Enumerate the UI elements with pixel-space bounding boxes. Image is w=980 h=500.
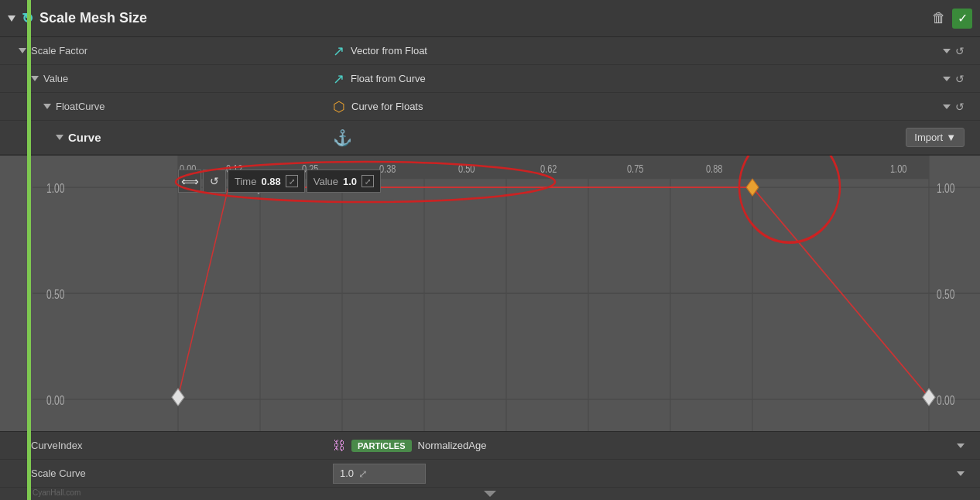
dropdown-arrow-bottom[interactable] — [957, 443, 965, 448]
value-label: Value — [0, 73, 325, 84]
scale-curve-row: Scale Curve 1.0 ⤢ — [0, 460, 980, 488]
svg-text:1.00: 1.00 — [937, 181, 954, 195]
expand-icon: ⤢ — [358, 467, 368, 480]
svg-text:0.88: 0.88 — [706, 162, 722, 175]
main-container: ↻ Scale Mesh Size 🗑 ✓ Scale Factor ↗ Vec… — [0, 0, 980, 500]
curve-editor[interactable]: 0.00 0.12 0.25 0.38 0.50 0.62 0.75 0.88 … — [0, 156, 980, 431]
time-field[interactable]: Time 0.88 ⤢ — [228, 170, 305, 193]
scroll-down-area — [0, 488, 980, 500]
scale-factor-value: ↗ Vector from Float ↺ — [325, 43, 980, 60]
time-value-overlay: ⟺ ↺ Time 0.88 ⤢ Value 1.0 ⤢ — [178, 170, 381, 193]
value-expand-button[interactable]: ⤢ — [362, 175, 374, 187]
reset-icon-2[interactable]: ↺ — [955, 73, 965, 85]
particles-badge: PARTICLES — [351, 440, 412, 452]
svg-text:0.50: 0.50 — [937, 287, 954, 301]
scale-factor-label: Scale Factor — [0, 45, 325, 57]
header: ↻ Scale Mesh Size 🗑 ✓ — [0, 0, 980, 37]
curve-index-value: ⛓ PARTICLES NormalizedAge — [325, 439, 980, 453]
dropdown-arrow-icon-3[interactable] — [943, 104, 951, 109]
scroll-down-icon[interactable] — [484, 491, 496, 497]
scale-curve-label: Scale Curve — [0, 467, 325, 479]
time-label: Time — [235, 176, 256, 187]
trash-icon[interactable]: 🗑 — [932, 10, 946, 26]
curve-icon-1: ↗ — [333, 43, 344, 60]
float-curve-value: ⬡ Curve for Floats ↺ — [325, 98, 980, 115]
curve-content: ⚓ Import ▼ — [325, 128, 980, 147]
collapse-arrow-icon[interactable] — [19, 48, 26, 53]
value-prop-value: ↗ Float from Curve ↺ — [325, 70, 980, 87]
value-row: Value ↗ Float from Curve ↺ — [0, 65, 980, 93]
import-button[interactable]: Import ▼ — [906, 128, 965, 147]
anchor-icon: ⚓ — [333, 128, 352, 147]
collapse-arrow-icon-4[interactable] — [56, 135, 63, 140]
svg-text:0.62: 0.62 — [540, 162, 557, 175]
reset-icon-3[interactable]: ↺ — [955, 101, 965, 113]
scale-curve-field[interactable]: 1.0 ⤢ — [333, 464, 426, 484]
properties-panel: Scale Factor ↗ Vector from Float ↺ Value… — [0, 37, 980, 156]
fit-tool-button[interactable]: ⟺ — [178, 170, 201, 193]
svg-text:0.00: 0.00 — [937, 393, 954, 407]
float-curve-row: FloatCurve ⬡ Curve for Floats ↺ — [0, 93, 980, 121]
db-icon: ⬡ — [333, 98, 345, 115]
collapse-arrow-icon-3[interactable] — [43, 104, 51, 109]
curve-index-label: CurveIndex — [0, 440, 325, 451]
header-right: 🗑 ✓ — [932, 9, 972, 29]
collapse-triangle-icon[interactable] — [8, 15, 15, 22]
time-expand-button[interactable]: ⤢ — [286, 175, 298, 187]
curve-label: Curve — [0, 131, 325, 144]
scale-factor-row: Scale Factor ↗ Vector from Float ↺ — [0, 37, 980, 65]
dropdown-arrow-icon[interactable] — [943, 49, 951, 53]
curve-index-row: CurveIndex ⛓ PARTICLES NormalizedAge — [0, 432, 980, 460]
page-title: Scale Mesh Size — [39, 10, 147, 26]
check-button[interactable]: ✓ — [952, 9, 972, 29]
svg-text:1.00: 1.00 — [46, 181, 64, 195]
svg-text:0.75: 0.75 — [627, 162, 643, 175]
dropdown-arrow-scale[interactable] — [957, 471, 965, 476]
value-label: Value — [314, 176, 338, 187]
collapse-arrow-icon-2[interactable] — [31, 76, 39, 81]
curve-icon-2: ↗ — [333, 70, 344, 87]
svg-text:1.00: 1.00 — [890, 162, 906, 175]
green-bar — [27, 0, 31, 500]
scale-curve-value: 1.0 ⤢ — [325, 464, 980, 484]
curve-svg: 0.00 0.12 0.25 0.38 0.50 0.62 0.75 0.88 … — [0, 156, 980, 431]
watermark: CyanHall.com — [33, 488, 81, 497]
svg-text:0.38: 0.38 — [379, 162, 396, 175]
time-value: 0.88 — [261, 176, 280, 187]
value-number: 1.0 — [343, 176, 357, 187]
reset-icon[interactable]: ↺ — [955, 45, 965, 57]
chain-icon: ⛓ — [333, 439, 345, 453]
value-field[interactable]: Value 1.0 ⤢ — [307, 170, 381, 193]
svg-text:0.00: 0.00 — [46, 393, 64, 407]
svg-text:0.50: 0.50 — [458, 162, 475, 175]
header-left: ↻ Scale Mesh Size — [8, 10, 932, 27]
float-curve-label: FloatCurve — [0, 101, 325, 112]
reset-view-button[interactable]: ↺ — [203, 170, 226, 193]
svg-text:0.50: 0.50 — [46, 287, 64, 301]
dropdown-arrow-icon-2[interactable] — [943, 77, 951, 81]
bottom-properties: CurveIndex ⛓ PARTICLES NormalizedAge Sca… — [0, 431, 980, 500]
curve-header-row: Curve ⚓ Import ▼ — [0, 121, 980, 155]
